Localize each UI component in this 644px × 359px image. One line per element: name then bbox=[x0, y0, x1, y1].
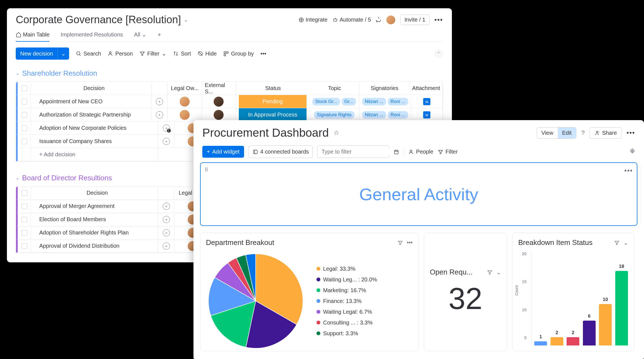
connected-boards-button[interactable]: 4 connected boards bbox=[248, 146, 313, 158]
filter-icon[interactable] bbox=[397, 240, 403, 246]
col-status[interactable]: Status bbox=[236, 82, 310, 95]
col-decision[interactable]: Decision bbox=[31, 186, 158, 199]
row-checkbox[interactable] bbox=[22, 125, 27, 131]
decision-cell[interactable]: Approval of Merger Agreement bbox=[31, 200, 158, 213]
add-tab-button[interactable]: + bbox=[158, 31, 161, 42]
search-button[interactable]: Search bbox=[76, 51, 101, 57]
row-checkbox[interactable] bbox=[22, 99, 27, 104]
pie-legend: Legal: 33.3%Waiting Leg... : 20.0%Market… bbox=[316, 266, 377, 337]
col-signatories[interactable]: Signatories bbox=[360, 82, 410, 95]
table-row[interactable]: Appointment of New CEO Pending Stock Gr.… bbox=[16, 95, 443, 108]
row-checkbox[interactable] bbox=[22, 230, 27, 236]
decision-cell[interactable]: Authorization of Strategic Partnership bbox=[31, 108, 151, 121]
board-title[interactable]: Corporate Governance [Resolution] ⌄ bbox=[16, 14, 188, 26]
settings-icon[interactable] bbox=[630, 148, 635, 155]
widget-menu-icon[interactable]: ••• bbox=[407, 239, 413, 246]
more-menu-icon[interactable]: ••• bbox=[627, 129, 635, 137]
topic-cell[interactable]: Signature Rights bbox=[309, 108, 359, 121]
invite-button[interactable]: Invite / 1 bbox=[400, 15, 430, 25]
tab-all[interactable]: All ⌄ bbox=[134, 31, 146, 42]
topic-cell[interactable]: Stock Gr...Gr... bbox=[309, 95, 359, 108]
attachment-cell[interactable]: w bbox=[411, 95, 443, 108]
filter-icon[interactable] bbox=[614, 240, 620, 246]
view-mode-button[interactable]: View bbox=[537, 128, 558, 138]
svg-point-12 bbox=[632, 150, 633, 152]
conversation-icon[interactable] bbox=[163, 125, 170, 132]
status-cell[interactable]: Pending bbox=[236, 95, 309, 108]
boards-icon bbox=[253, 149, 258, 155]
widget-menu-icon[interactable]: ••• bbox=[624, 167, 633, 175]
sort-button[interactable]: Sort bbox=[173, 51, 191, 57]
chevron-down-icon[interactable]: ⌄ bbox=[184, 17, 188, 23]
select-all-checkbox[interactable] bbox=[22, 86, 27, 91]
favorite-star-icon[interactable]: ☆ bbox=[333, 129, 339, 137]
tab-main-table[interactable]: Main Table bbox=[16, 31, 49, 42]
filter-input-wrapper[interactable] bbox=[317, 146, 389, 158]
user-avatar[interactable] bbox=[386, 15, 395, 24]
conversation-icon[interactable] bbox=[163, 138, 170, 145]
share-icon bbox=[594, 130, 600, 136]
row-checkbox[interactable] bbox=[22, 243, 27, 249]
general-activity-widget[interactable]: ⠿ General Activity ••• bbox=[200, 162, 637, 226]
edit-mode-button[interactable]: Edit bbox=[558, 128, 576, 138]
chevron-down-icon[interactable]: ⌄ bbox=[496, 269, 501, 276]
chevron-down-icon[interactable]: ⌄ bbox=[57, 47, 69, 60]
hide-button[interactable]: Hide bbox=[198, 51, 217, 57]
help-icon[interactable]: ? bbox=[581, 129, 585, 136]
more-menu-icon[interactable]: ••• bbox=[434, 16, 443, 24]
signatories-cell[interactable]: Nitzan ...Roni ... bbox=[359, 108, 411, 121]
col-attachments[interactable]: Attachment bbox=[410, 82, 443, 95]
group-by-button[interactable]: Group by bbox=[223, 51, 254, 57]
tab-implemented[interactable]: Implemented Resolutions bbox=[61, 31, 123, 42]
external-cell[interactable] bbox=[202, 95, 236, 108]
external-cell[interactable] bbox=[202, 108, 236, 121]
col-topic[interactable]: Topic bbox=[310, 82, 360, 95]
chevron-down-icon[interactable]: ⌄ bbox=[624, 239, 628, 246]
row-checkbox[interactable] bbox=[22, 139, 27, 144]
automate-button[interactable]: Automate / 5 bbox=[333, 17, 371, 23]
decision-cell[interactable]: Adoption of Shareholder Rights Plan bbox=[31, 226, 158, 239]
decision-cell[interactable]: Appointment of New CEO bbox=[31, 95, 151, 108]
integrate-button[interactable]: Integrate bbox=[299, 17, 328, 23]
conversation-icon[interactable] bbox=[163, 229, 170, 236]
row-checkbox[interactable] bbox=[22, 217, 27, 222]
row-checkbox[interactable] bbox=[22, 204, 27, 209]
new-decision-button[interactable]: New decision ⌄ bbox=[16, 47, 69, 60]
group-shareholder-header[interactable]: ⌄ Shareholder Resolution bbox=[16, 65, 443, 81]
conversation-icon[interactable] bbox=[156, 98, 163, 105]
filter-input[interactable] bbox=[321, 149, 391, 155]
share-button[interactable]: Share bbox=[590, 127, 621, 139]
conversation-icon[interactable] bbox=[163, 203, 170, 210]
decision-cell[interactable]: Election of Board Members bbox=[31, 213, 158, 226]
col-decision[interactable]: Decision bbox=[31, 82, 152, 95]
filter-button[interactable]: Filter ⌄ bbox=[140, 50, 166, 57]
chat-button[interactable] bbox=[376, 17, 381, 23]
legal-owner-cell[interactable] bbox=[167, 108, 202, 121]
select-all-checkbox[interactable] bbox=[22, 190, 27, 196]
filter-button[interactable]: Filter bbox=[438, 149, 458, 155]
signatories-cell[interactable]: Nitzan ...Roni ... bbox=[359, 95, 411, 108]
svg-rect-5 bbox=[227, 52, 228, 53]
collapse-button[interactable]: ⌃ bbox=[434, 49, 443, 58]
row-checkbox[interactable] bbox=[22, 112, 27, 118]
attachment-cell[interactable]: w bbox=[411, 108, 443, 121]
col-legal[interactable]: Legal Ow... bbox=[168, 82, 202, 95]
decision-cell[interactable]: Issuance of Company Shares bbox=[31, 135, 158, 148]
view-edit-toggle[interactable]: View Edit bbox=[537, 127, 576, 139]
people-filter-button[interactable]: People bbox=[408, 149, 433, 155]
more-tools-icon[interactable]: ••• bbox=[260, 51, 266, 57]
decision-cell[interactable]: Approval of Dividend Distribution bbox=[31, 239, 158, 252]
calendar-button[interactable] bbox=[394, 149, 399, 155]
col-external[interactable]: External S... bbox=[202, 82, 236, 95]
person-filter-button[interactable]: Person bbox=[108, 51, 133, 57]
legal-owner-cell[interactable] bbox=[167, 95, 202, 108]
decision-cell[interactable]: Adoption of New Corporate Policies bbox=[31, 122, 158, 134]
conversation-icon[interactable] bbox=[163, 216, 170, 223]
filter-icon[interactable] bbox=[487, 270, 493, 275]
add-widget-button[interactable]: + Add widget bbox=[202, 146, 244, 158]
table-row[interactable]: Authorization of Strategic Partnership I… bbox=[16, 108, 443, 122]
conversation-icon[interactable] bbox=[163, 242, 170, 250]
status-cell[interactable]: In Approval Process bbox=[236, 108, 309, 121]
drag-handle-icon[interactable]: ⠿ bbox=[205, 167, 208, 173]
conversation-icon[interactable] bbox=[156, 111, 163, 118]
